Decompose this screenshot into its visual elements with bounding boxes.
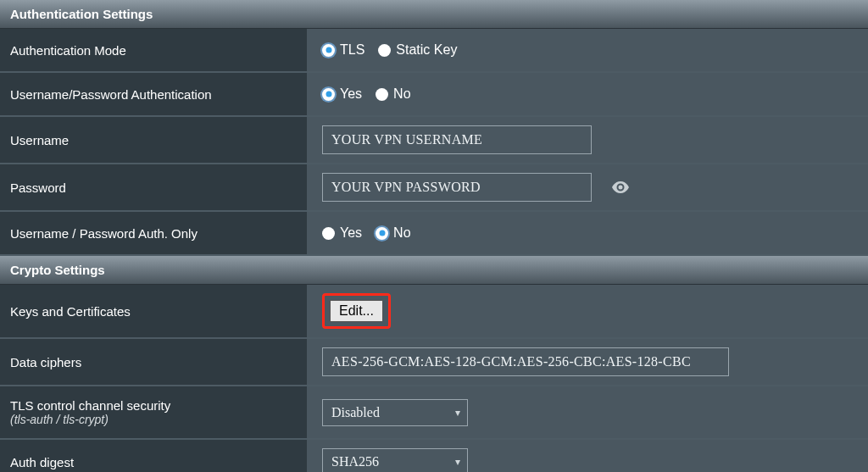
label-tls-sub: (tls-auth / tls-crypt) bbox=[10, 413, 170, 426]
value-authentication-mode: TLS Static Key bbox=[307, 29, 868, 71]
auth-digest-select[interactable]: SHA256 ▾ bbox=[322, 448, 468, 472]
radio-label: No bbox=[393, 86, 410, 102]
section-header-crypto: Crypto Settings bbox=[0, 256, 868, 285]
data-ciphers-input[interactable] bbox=[322, 347, 729, 376]
radio-option-tls[interactable]: TLS bbox=[322, 42, 364, 58]
section-header-authentication: Authentication Settings bbox=[0, 0, 868, 29]
radio-icon bbox=[322, 44, 335, 57]
radio-option-static-key[interactable]: Static Key bbox=[378, 42, 457, 58]
label-auth-digest: Auth digest bbox=[0, 440, 307, 472]
radio-option-no[interactable]: No bbox=[376, 225, 410, 241]
value-userpass-auth: Yes No bbox=[307, 73, 868, 115]
radio-label: No bbox=[393, 225, 410, 241]
value-keys-certificates: Edit... bbox=[307, 285, 868, 337]
show-password-icon[interactable] bbox=[610, 177, 631, 197]
value-tls-security: Disabled ▾ bbox=[307, 386, 868, 438]
radio-label: TLS bbox=[340, 42, 364, 58]
radio-icon bbox=[376, 227, 388, 240]
value-username bbox=[307, 117, 868, 163]
row-keys-certificates: Keys and Certificates Edit... bbox=[0, 285, 868, 339]
row-auth-digest: Auth digest SHA256 ▾ bbox=[0, 440, 868, 472]
radio-label: Yes bbox=[340, 225, 362, 241]
label-userpass-auth: Username/Password Authentication bbox=[0, 73, 307, 115]
select-value: SHA256 bbox=[331, 454, 379, 469]
row-tls-security: TLS control channel security (tls-auth /… bbox=[0, 386, 868, 440]
radio-group-auth-only: Yes No bbox=[322, 225, 411, 241]
label-authentication-mode: Authentication Mode bbox=[0, 29, 307, 71]
radio-icon bbox=[378, 44, 391, 57]
row-data-ciphers: Data ciphers bbox=[0, 339, 868, 386]
radio-group-userpass-auth: Yes No bbox=[322, 86, 411, 102]
label-tls-main: TLS control channel security bbox=[10, 398, 170, 413]
value-password bbox=[307, 164, 868, 210]
tls-security-select[interactable]: Disabled ▾ bbox=[322, 399, 468, 426]
label-data-ciphers: Data ciphers bbox=[0, 339, 307, 385]
radio-icon bbox=[376, 88, 388, 101]
label-keys-certificates: Keys and Certificates bbox=[0, 285, 307, 337]
edit-keys-button[interactable]: Edit... bbox=[330, 300, 383, 322]
radio-option-yes[interactable]: Yes bbox=[322, 86, 362, 102]
row-userpass-auth: Username/Password Authentication Yes No bbox=[0, 73, 868, 117]
radio-option-no[interactable]: No bbox=[376, 86, 410, 102]
radio-icon bbox=[322, 88, 335, 101]
label-tls-security: TLS control channel security (tls-auth /… bbox=[0, 386, 307, 438]
chevron-down-icon: ▾ bbox=[455, 456, 460, 469]
value-auth-digest: SHA256 ▾ bbox=[307, 440, 868, 472]
row-password: Password bbox=[0, 164, 868, 212]
radio-option-yes[interactable]: Yes bbox=[322, 225, 362, 241]
radio-group-auth-mode: TLS Static Key bbox=[322, 42, 457, 58]
value-auth-only: Yes No bbox=[307, 212, 868, 254]
password-input[interactable] bbox=[322, 173, 592, 202]
label-password: Password bbox=[0, 164, 307, 210]
edit-button-highlight: Edit... bbox=[322, 293, 391, 329]
username-input[interactable] bbox=[322, 125, 592, 154]
chevron-down-icon: ▾ bbox=[455, 406, 460, 419]
label-auth-only: Username / Password Auth. Only bbox=[0, 212, 307, 254]
radio-label: Yes bbox=[340, 86, 362, 102]
radio-label: Static Key bbox=[396, 42, 457, 58]
row-authentication-mode: Authentication Mode TLS Static Key bbox=[0, 29, 868, 73]
radio-icon bbox=[322, 227, 335, 240]
row-auth-only: Username / Password Auth. Only Yes No bbox=[0, 212, 868, 256]
select-value: Disabled bbox=[331, 405, 380, 420]
value-data-ciphers bbox=[307, 339, 868, 385]
label-username: Username bbox=[0, 117, 307, 163]
row-username: Username bbox=[0, 117, 868, 164]
